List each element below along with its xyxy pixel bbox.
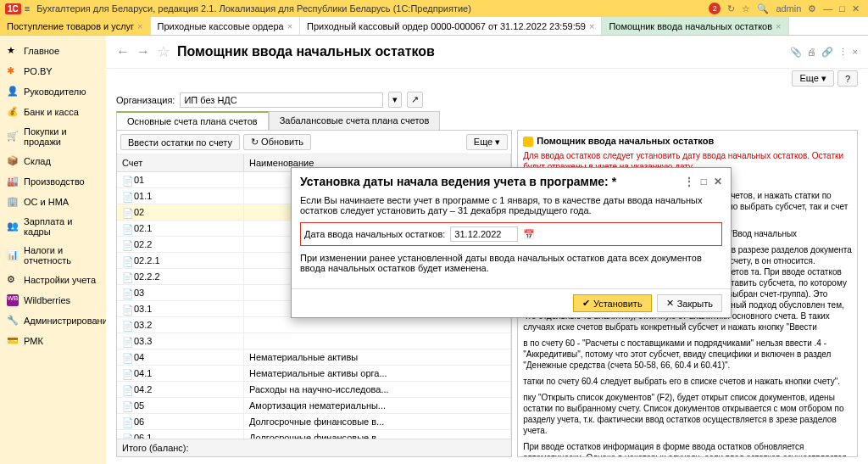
enter-balance-button[interactable]: Ввести остатки по счету — [120, 134, 240, 150]
close-icon[interactable]: × — [776, 21, 781, 31]
warning-icon — [523, 137, 533, 147]
sidebar-item-settings[interactable]: ⚙Настройки учета — [0, 270, 106, 290]
account-cell: 📄02.2 — [117, 237, 244, 252]
tab-cash-order-doc[interactable]: Приходный кассовый ордер 0000-000067 от … — [300, 17, 602, 35]
close-icon[interactable]: × — [589, 21, 594, 31]
date-input-row: Дата ввода начальных остатков: 📅 — [300, 222, 722, 246]
document-icon: 📄 — [122, 192, 131, 200]
modal-info-2: При изменении ранее установленной даты в… — [300, 253, 722, 273]
sidebar-item-hr[interactable]: 👥Зарплата и кадры — [0, 212, 106, 241]
subtab-offbalance[interactable]: Забалансовые счета плана счетов — [269, 111, 441, 130]
sidebar-item-sales[interactable]: 🛒Покупки и продажи — [0, 122, 106, 151]
app-title: Бухгалтерия для Беларуси, редакция 2.1. … — [36, 3, 471, 14]
org-label: Организация: — [116, 95, 175, 105]
sidebar-item-poby[interactable]: ✱PO.BY — [0, 61, 106, 81]
modal-close-icon[interactable]: ✕ — [714, 176, 722, 187]
factory-icon: 🏭 — [7, 176, 19, 187]
close-window-icon[interactable]: ✕ — [852, 3, 860, 14]
document-icon: 📄 — [122, 272, 131, 281]
more-button[interactable]: Еще ▾ — [792, 70, 833, 87]
name-cell — [244, 317, 511, 333]
close-button[interactable]: ✕Закрыть — [657, 294, 722, 312]
calendar-icon[interactable]: 📅 — [523, 229, 535, 240]
settings-icon[interactable]: ⚙ — [808, 3, 816, 14]
modal-maximize-icon[interactable]: □ — [701, 176, 707, 187]
account-cell: 📄02.2.2 — [117, 269, 244, 284]
navigation-sidebar: ★Главное ✱PO.BY 👤Руководителю 💰Банк и ка… — [0, 36, 106, 464]
nav-back-icon[interactable]: ← — [116, 44, 130, 59]
history-icon[interactable]: ↻ — [727, 3, 735, 14]
col-header-account[interactable]: Счет — [117, 154, 244, 171]
print-icon[interactable]: 🖨 — [807, 47, 816, 58]
page-title: Помощник ввода начальных остатков — [177, 44, 435, 59]
document-icon: 📄 — [122, 417, 131, 426]
org-dropdown-button[interactable]: ▾ — [388, 92, 402, 108]
user-label[interactable]: admin — [776, 3, 801, 14]
notification-icon[interactable]: 2 — [709, 3, 721, 14]
burger-icon[interactable]: ≡ — [25, 3, 30, 14]
name-cell: Амортизация нематериальны... — [244, 398, 511, 413]
link-icon[interactable]: 🔗 — [821, 47, 833, 58]
table-row[interactable]: 📄04Нематериальные активы — [117, 349, 511, 366]
panel-more-button[interactable]: Еще ▾ — [466, 134, 508, 150]
favorite-icon[interactable]: ☆ — [742, 3, 750, 14]
sidebar-item-bank[interactable]: 💰Банк и касса — [0, 102, 106, 122]
modal-info-1: Если Вы начинаете вести учет в программе… — [300, 195, 722, 215]
org-open-button[interactable]: ↗ — [407, 92, 423, 108]
bank-icon: 💰 — [7, 106, 19, 118]
tab-cash-orders[interactable]: Приходные кассовые ордера× — [151, 17, 301, 35]
account-cell: 📄02.1 — [117, 221, 244, 236]
sidebar-item-warehouse[interactable]: 📦Склад — [0, 151, 106, 171]
sidebar-item-wildberries[interactable]: WBWildberries — [0, 290, 106, 310]
refresh-button[interactable]: ↻ Обновить — [243, 134, 311, 150]
name-cell: Нематериальные активы — [244, 349, 511, 365]
help-button[interactable]: ? — [837, 70, 858, 87]
sidebar-item-assets[interactable]: 🏢ОС и НМА — [0, 192, 106, 212]
document-icon: 📄 — [122, 401, 131, 410]
account-cell: 📄02 — [117, 204, 244, 220]
table-row[interactable]: 📄05Амортизация нематериальны... — [117, 398, 511, 414]
account-cell: 📄06 — [117, 414, 244, 429]
sidebar-item-rmk[interactable]: 💳РМК — [0, 331, 106, 351]
po-icon: ✱ — [7, 65, 19, 77]
check-icon: ✔ — [582, 298, 590, 309]
name-cell — [244, 333, 511, 349]
maximize-icon[interactable]: □ — [839, 3, 845, 14]
search-icon[interactable]: 🔍 — [757, 3, 769, 14]
date-input[interactable] — [450, 226, 518, 242]
info-text: пку "Открыть список документов" (F2), бу… — [523, 392, 852, 436]
organization-row: Организация: ▾ ↗ — [106, 88, 868, 111]
sidebar-item-manager[interactable]: 👤Руководителю — [0, 81, 106, 102]
apply-button[interactable]: ✔Установить — [573, 294, 652, 312]
bookmark-icon[interactable]: ☆ — [157, 42, 170, 61]
table-row[interactable]: 📄06Долгосрочные финансовые в... — [117, 414, 511, 430]
info-text: татки по счету 60.4 следует выбрать его … — [523, 376, 852, 387]
close-page-icon[interactable]: × — [853, 47, 858, 58]
more-icon[interactable]: ⋮ — [838, 47, 848, 58]
tab-balance-helper[interactable]: Помощник ввода начальных остатков× — [602, 17, 788, 35]
table-row[interactable]: 📄03.3 — [117, 333, 511, 349]
wrench-icon: 🔧 — [7, 315, 19, 327]
sidebar-item-main[interactable]: ★Главное — [0, 41, 106, 61]
document-icon: 📄 — [122, 240, 131, 249]
table-row[interactable]: 📄04.2Расходы на научно-исследова... — [117, 382, 511, 398]
nav-forward-icon[interactable]: → — [136, 44, 150, 59]
organization-input[interactable] — [180, 92, 383, 108]
account-cell: 📄03.1 — [117, 301, 244, 316]
main-content: ← → ☆ Помощник ввода начальных остатков … — [106, 36, 868, 464]
close-icon[interactable]: × — [137, 21, 142, 31]
modal-menu-icon[interactable]: ⋮ — [684, 176, 694, 187]
sidebar-item-tax[interactable]: 📊Налоги и отчетность — [0, 241, 106, 270]
star-icon: ★ — [7, 45, 19, 57]
tab-receipt[interactable]: Поступление товаров и услуг× — [0, 17, 151, 35]
name-cell: Расходы на научно-исследова... — [244, 382, 511, 397]
subtab-main-accounts[interactable]: Основные счета плана счетов — [116, 111, 269, 130]
table-row[interactable]: 📄04.1Нематериальные активы орга... — [117, 366, 511, 382]
table-row[interactable]: 📄03.2 — [117, 317, 511, 333]
close-icon[interactable]: × — [287, 21, 292, 31]
attach-icon[interactable]: 📎 — [790, 47, 802, 58]
table-row[interactable]: 📄06.1Долгосрочные финансовые в... — [117, 430, 511, 439]
minimize-icon[interactable]: — — [823, 3, 832, 14]
sidebar-item-production[interactable]: 🏭Производство — [0, 171, 106, 192]
sidebar-item-admin[interactable]: 🔧Администрирование — [0, 310, 106, 331]
